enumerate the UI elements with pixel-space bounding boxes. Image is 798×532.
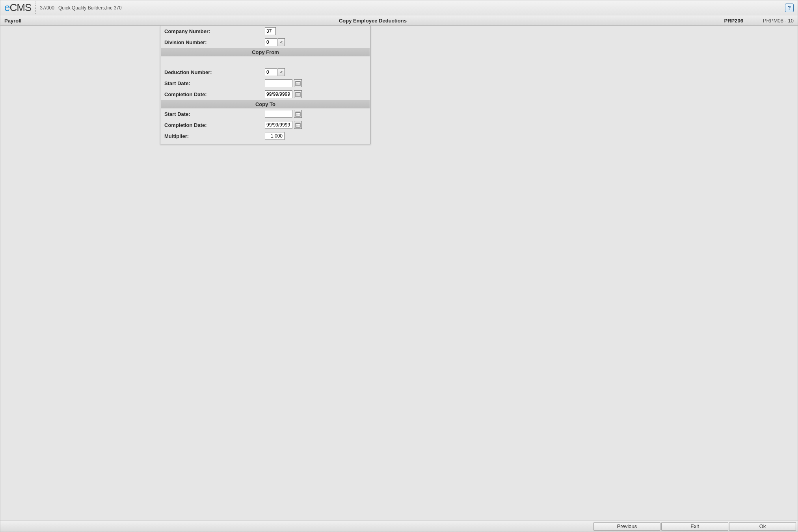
logo-cms: CMS: [9, 2, 31, 13]
calendar-icon: [295, 91, 301, 97]
label-deduction-number: Deduction Number:: [164, 69, 265, 75]
row-to-completion-date: Completion Date:: [160, 119, 370, 130]
help-button[interactable]: ?: [785, 4, 794, 12]
division-number-input[interactable]: [265, 38, 277, 46]
ok-button[interactable]: Ok: [729, 522, 796, 531]
to-start-date-calendar-button[interactable]: [294, 110, 302, 118]
app-logo: eCMS: [4, 2, 36, 14]
exit-button[interactable]: Exit: [661, 522, 728, 531]
company-name: Quick Quality Builders,Inc 370: [58, 5, 122, 11]
form-panel: Company Number: Division Number: < Copy …: [160, 26, 371, 144]
titlebar: eCMS 37/000 Quick Quality Builders,Inc 3…: [0, 0, 798, 15]
label-multiplier: Multiplier:: [164, 133, 265, 139]
row-from-start-date: Start Date:: [160, 78, 370, 89]
from-start-date-input[interactable]: [265, 79, 292, 87]
row-to-start-date: Start Date:: [160, 108, 370, 119]
subheader: Payroll Copy Employee Deductions PRP206 …: [0, 15, 798, 26]
label-to-completion-date: Completion Date:: [164, 122, 265, 128]
row-deduction-number: Deduction Number: <: [160, 67, 370, 78]
calendar-icon: [295, 122, 301, 128]
row-division-number: Division Number: <: [160, 37, 370, 48]
svg-rect-22: [296, 123, 300, 124]
help-icon: ?: [788, 5, 791, 11]
svg-rect-15: [296, 112, 300, 113]
from-completion-date-calendar-button[interactable]: [294, 90, 302, 98]
to-start-date-input[interactable]: [265, 110, 292, 118]
program-code: PRP206: [724, 18, 743, 24]
footer: Previous Exit Ok: [0, 521, 798, 532]
label-from-completion-date: Completion Date:: [164, 91, 265, 97]
label-division-number: Division Number:: [164, 39, 265, 45]
company-number-input[interactable]: [265, 27, 276, 35]
module-label: Payroll: [4, 18, 21, 24]
screen-code: PRPM08 - 10: [763, 18, 794, 24]
row-from-completion-date: Completion Date:: [160, 89, 370, 100]
label-company-number: Company Number:: [164, 28, 265, 34]
app-window: eCMS 37/000 Quick Quality Builders,Inc 3…: [0, 0, 798, 532]
svg-rect-8: [296, 92, 300, 93]
company-code: 37/000: [40, 5, 54, 11]
content-area: Company Number: Division Number: < Copy …: [0, 26, 798, 521]
svg-rect-1: [296, 81, 300, 82]
label-from-start-date: Start Date:: [164, 80, 265, 86]
from-completion-date-input[interactable]: [265, 90, 292, 98]
chevron-left-icon: <: [280, 70, 283, 74]
calendar-icon: [295, 111, 301, 117]
label-to-start-date: Start Date:: [164, 111, 265, 117]
logo-e: e: [4, 2, 9, 13]
section-copy-from: Copy From: [161, 48, 370, 56]
chevron-left-icon: <: [280, 40, 283, 45]
division-lookup-button[interactable]: <: [278, 38, 285, 46]
section-copy-to: Copy To: [161, 100, 370, 108]
page-title: Copy Employee Deductions: [21, 18, 724, 24]
row-multiplier: Multiplier:: [160, 130, 370, 141]
to-completion-date-calendar-button[interactable]: [294, 121, 302, 129]
to-completion-date-input[interactable]: [265, 121, 292, 129]
previous-button[interactable]: Previous: [593, 522, 660, 531]
deduction-number-input[interactable]: [265, 68, 277, 76]
row-company-number: Company Number:: [160, 26, 370, 37]
multiplier-input[interactable]: [265, 132, 285, 140]
calendar-icon: [295, 80, 301, 86]
deduction-lookup-button[interactable]: <: [278, 68, 285, 76]
from-start-date-calendar-button[interactable]: [294, 79, 302, 87]
